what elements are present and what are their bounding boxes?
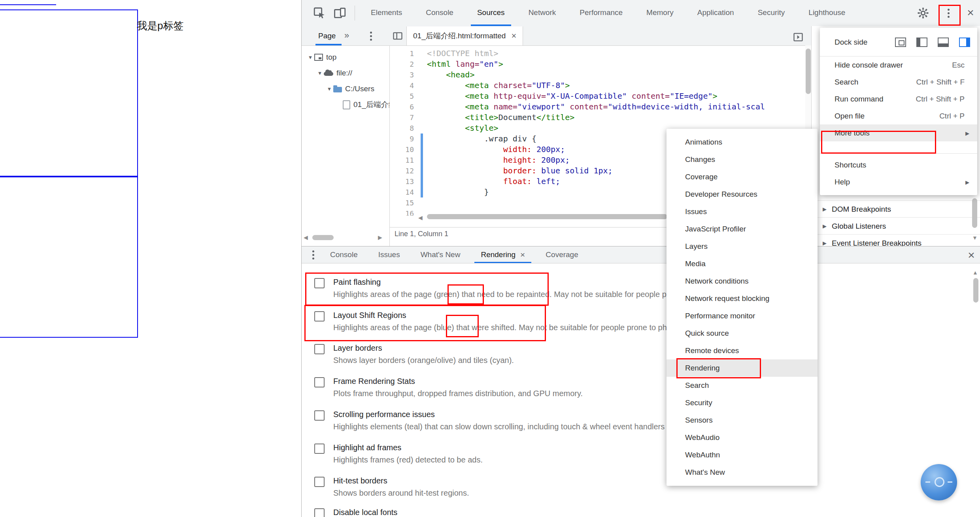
close-file-tab-icon[interactable]: × [511,31,516,41]
checkbox-disable-local-fonts[interactable] [314,508,325,517]
more-tools-item-changes[interactable]: Changes [667,151,818,168]
code-token [627,91,632,101]
more-tools-item-security[interactable]: Security [667,394,818,412]
section-event-listener-breakpoints[interactable]: ▶Event Listener Breakpoints [812,234,980,246]
menu-item-hide-console-drawer[interactable]: Hide console drawerEsc [820,56,977,73]
toggle-navigator-icon[interactable] [392,30,403,41]
more-tools-item-coverage[interactable]: Coverage [667,168,818,186]
code-token: "X-UA-Compatible" [546,91,627,101]
tree-item-c-users[interactable]: ▾C:/Users [302,81,389,97]
more-tools-item-quick-source[interactable]: Quick source [667,325,818,342]
more-tools-item-what-s-new[interactable]: What's New [667,464,818,481]
section-dom-breakpoints[interactable]: ▶DOM Breakpoints [812,200,980,218]
scroll-right-icon[interactable]: ▶ [378,234,382,241]
more-tools-item-media[interactable]: Media [667,255,818,273]
checkbox-scrolling-performance-issues[interactable] [314,410,325,421]
more-tools-item-sensors[interactable]: Sensors [667,412,818,429]
annotation-box-paint-flashing [305,273,549,306]
tree-item-01-html[interactable]: 01_后端介绍.html [302,97,389,113]
menu-item-help[interactable]: Help▸ [820,173,977,190]
more-tools-item-javascript-profiler[interactable]: JavaScript Profiler [667,220,818,238]
floating-extension-button[interactable] [921,464,957,500]
more-tools-item-webaudio[interactable]: WebAudio [667,429,818,446]
close-tab-icon[interactable]: × [520,247,525,263]
more-tools-item-search[interactable]: Search [667,377,818,394]
drawer-tab-console[interactable]: Console [320,246,368,263]
code-line: <html lang="en"> [427,59,805,70]
tab-security[interactable]: Security [746,0,797,26]
drawer-vscroll-thumb[interactable] [973,278,978,303]
tab-lighthouse[interactable]: Lighthouse [797,0,857,26]
chevron-down-icon[interactable]: ▾ [306,54,314,61]
device-toolbar-icon[interactable] [333,6,347,20]
drawer-tab-what-s-new[interactable]: What's New [410,246,471,263]
sidebar-vscroll-thumb[interactable] [972,198,977,228]
annotation-box-kebab [938,5,961,26]
code-token [427,70,446,79]
tree-item-file[interactable]: ▾file:// [302,65,389,81]
close-drawer-icon[interactable]: × [965,248,978,262]
more-tools-item-remote-devices[interactable]: Remote devices [667,342,818,359]
more-tools-item-network-conditions[interactable]: Network conditions [667,273,818,290]
tab-application[interactable]: Application [685,0,746,26]
scroll-up-icon[interactable]: ▲ [972,269,978,276]
navigator-hscroll-thumb[interactable] [312,235,334,240]
more-tools-item-animations[interactable]: Animations [667,133,818,151]
tree-item-label: file:// [336,69,352,77]
menu-item-open-file[interactable]: Open fileCtrl + P [820,107,977,124]
scroll-down-icon[interactable]: ▼ [972,235,978,241]
more-tools-item-issues[interactable]: Issues [667,203,818,220]
checkbox-layer-borders[interactable] [314,344,325,354]
file-icon [343,100,350,109]
line-number: 16 [389,208,414,216]
dock-left-icon[interactable] [916,38,927,47]
drawer-kebab-icon[interactable] [310,250,316,259]
tab-network[interactable]: Network [517,0,568,26]
scroll-left-icon[interactable]: ◀ [304,234,308,241]
tab-performance[interactable]: Performance [568,0,634,26]
open-drawer-panel-icon[interactable] [793,32,804,43]
more-tools-item-network-request-blocking[interactable]: Network request blocking [667,290,818,307]
tab-console[interactable]: Console [414,0,465,26]
chevron-down-icon[interactable]: ▾ [325,85,333,92]
dock-right-icon[interactable] [959,38,970,47]
drawer-tab-coverage[interactable]: Coverage [535,246,588,263]
editor-scroll-left-icon[interactable]: ◀ [418,214,423,221]
option-desc: Shows layer borders (orange/olive) and t… [333,354,514,366]
tab-sources[interactable]: Sources [465,0,517,26]
more-tools-item-developer-resources[interactable]: Developer Resources [667,186,818,203]
menu-item-search[interactable]: SearchCtrl + Shift + F [820,73,977,90]
navigator-kebab-icon[interactable] [368,31,374,41]
more-tools-item-layers[interactable]: Layers [667,238,818,255]
inspect-element-icon[interactable] [313,6,326,20]
editor-vscroll-thumb[interactable] [806,49,811,94]
more-tools-item-performance-monitor[interactable]: Performance monitor [667,307,818,325]
undock-icon[interactable] [895,38,906,47]
tab-memory[interactable]: Memory [634,0,685,26]
tab-page[interactable]: Page [318,26,336,45]
chevron-down-icon[interactable]: ▾ [316,70,324,77]
close-devtools-icon[interactable]: × [964,6,977,19]
drawer-tab-issues[interactable]: Issues [368,246,410,263]
drawer-tab-rendering[interactable]: Rendering× [470,246,535,263]
checkbox-highlight-ad-frames[interactable] [314,444,325,454]
menu-item-run-command[interactable]: Run commandCtrl + Shift + P [820,90,977,107]
code-token [427,166,503,175]
tree-item-top[interactable]: ▾top [302,49,389,65]
drawer-tab-label: What's New [421,247,461,263]
more-tabs-chevron-icon[interactable]: » [344,26,349,45]
option-desc: Shows borders around hit-test regions. [333,487,469,499]
dock-bottom-icon[interactable] [938,38,949,47]
tab-elements[interactable]: Elements [359,0,414,26]
code-token: http-equiv= [494,91,546,101]
drawer-tab-label: Coverage [546,247,578,263]
more-tools-item-webauthn[interactable]: WebAuthn [667,446,818,464]
menu-item-shortcuts[interactable]: Shortcuts [820,156,977,173]
section-global-listeners[interactable]: ▶Global Listeners [812,217,980,235]
settings-gear-icon[interactable] [916,6,930,20]
checkbox-frame-rendering-stats[interactable] [314,377,325,387]
line-number: 1 [389,48,414,59]
editor-file-tab[interactable]: 01_后端介绍.html:formatted × [406,26,523,45]
checkbox-hit-test-borders[interactable] [314,477,325,487]
editor-hscroll-thumb[interactable] [427,214,667,219]
